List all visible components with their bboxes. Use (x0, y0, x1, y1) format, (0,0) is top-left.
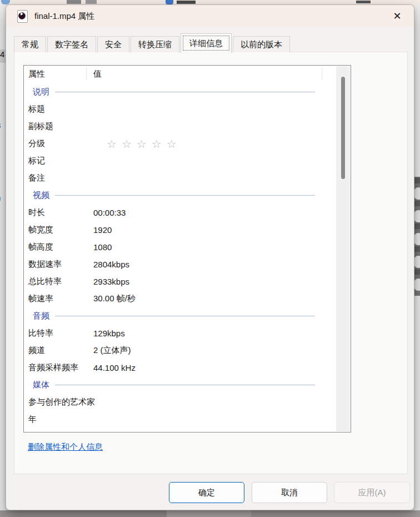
property-label: 时长 (28, 207, 93, 218)
property-row[interactable]: 总比特率2933kbps (24, 273, 336, 290)
scrollbar-thumb[interactable] (341, 77, 345, 179)
column-header-property[interactable]: 属性 (28, 69, 93, 79)
tab-3[interactable]: 转换压缩 (131, 36, 179, 52)
tab-2[interactable]: 安全 (97, 36, 129, 52)
section-row[interactable]: 媒体 (24, 376, 336, 394)
properties-rows: 说明标题副标题分级☆☆☆☆☆标记备注视频时长00:00:33帧宽度1920帧高度… (24, 83, 336, 428)
section-row[interactable]: 说明 (24, 83, 336, 101)
property-value: 00:00:33 (93, 208, 336, 217)
remove-properties-link[interactable]: 删除属性和个人信息 (28, 442, 103, 453)
tab-strip: 常规数字签名安全转换压缩详细信息以前的版本 (14, 33, 291, 52)
close-icon[interactable]: ✕ (389, 8, 405, 24)
section-rule (55, 385, 315, 385)
property-label: 帧速率 (28, 294, 93, 304)
section-label: 媒体 (33, 380, 49, 390)
property-label: 音频采样频率 (28, 362, 93, 373)
property-label: 标记 (28, 156, 93, 166)
property-row[interactable]: 副标题 (24, 118, 336, 135)
tab-1[interactable]: 数字签名 (47, 36, 96, 52)
property-row[interactable]: 分级☆☆☆☆☆ (24, 135, 336, 152)
listview-header[interactable]: 属性 值 (24, 66, 351, 82)
property-label: 副标题 (28, 121, 93, 132)
column-separator[interactable] (86, 68, 87, 80)
bg-band (414, 201, 420, 206)
column-header-value[interactable]: 值 (93, 69, 351, 79)
bg-text-fragment (356, 1, 371, 3)
background-bottom-sliver (0, 510, 420, 517)
bg-segment (251, 510, 420, 517)
property-row[interactable]: 帧高度1080 (24, 238, 336, 256)
section-rule (55, 195, 315, 196)
bg-segment (167, 510, 251, 517)
property-label: 帧宽度 (28, 225, 93, 235)
property-row[interactable]: 数据速率2804kbps (24, 256, 336, 273)
title-bar: final-1.mp4 属性 ✕ (6, 5, 414, 27)
property-label: 分级 (28, 138, 93, 149)
scrollbar-track[interactable] (336, 66, 350, 431)
property-value: 1080 (93, 242, 336, 252)
bg-icon-fragment (67, 0, 81, 4)
property-label: 帧高度 (28, 242, 93, 252)
property-label: 频道 (28, 345, 93, 356)
bg-circle (414, 187, 420, 200)
tab-5[interactable]: 以前的版本 (233, 36, 290, 52)
property-row[interactable]: 音频采样频率44.100 kHz (24, 359, 336, 376)
details-tab-page: 属性 值 说明标题副标题分级☆☆☆☆☆标记备注视频时长00:00:33帧宽度19… (14, 52, 408, 474)
property-value: 30.00 帧/秒 (93, 294, 336, 304)
section-label: 音频 (33, 311, 49, 321)
property-row[interactable]: 频道2 (立体声) (24, 342, 336, 359)
bg-band (414, 178, 420, 183)
bg-band (414, 269, 420, 275)
property-label: 参与创作的艺术家 (28, 397, 93, 407)
property-row[interactable]: 备注 (24, 170, 336, 187)
tab-4-selected[interactable]: 详细信息 (181, 33, 232, 53)
cancel-button[interactable]: 取消 (252, 482, 327, 503)
property-label: 比特率 (28, 328, 93, 339)
screen: 4-3tn final-1.mp4 属性 ✕ 常规数字签名安全转换压缩详细信息以… (0, 0, 420, 517)
section-row[interactable]: 视频 (24, 187, 336, 204)
background-filmstrip (414, 177, 420, 296)
tab-0[interactable]: 常规 (14, 36, 46, 52)
column-separator[interactable] (322, 68, 322, 80)
play-triangle-icon (21, 12, 23, 16)
property-value: 2804kbps (93, 260, 336, 269)
section-label: 视频 (33, 190, 49, 201)
bg-circle (414, 256, 420, 268)
property-row[interactable]: 标题 (24, 101, 336, 118)
properties-dialog: final-1.mp4 属性 ✕ 常规数字签名安全转换压缩详细信息以前的版本 属… (6, 4, 414, 510)
property-value: 129kbps (93, 329, 336, 338)
bg-icon-fragment (1, 0, 10, 4)
bg-circle (414, 233, 420, 245)
property-row[interactable]: 时长00:00:33 (24, 204, 336, 221)
property-label: 数据速率 (28, 259, 93, 270)
property-row[interactable]: 参与创作的艺术家 (24, 394, 336, 411)
dialog-title: final-1.mp4 属性 (34, 11, 94, 22)
property-label: 总比特率 (28, 276, 93, 287)
ok-button[interactable]: 确定 (169, 482, 244, 503)
background-right-sliver (414, 5, 420, 510)
property-row[interactable]: 年 (24, 411, 336, 428)
properties-listview[interactable]: 属性 值 说明标题副标题分级☆☆☆☆☆标记备注视频时长00:00:33帧宽度19… (23, 65, 351, 433)
property-row[interactable]: 帧宽度1920 (24, 221, 336, 238)
property-label: 年 (28, 414, 93, 425)
bg-text-fragment (177, 1, 196, 4)
bg-circle (414, 279, 420, 291)
bg-band (414, 246, 420, 252)
property-value: 44.100 kHz (93, 363, 336, 372)
property-label: 标题 (28, 104, 93, 115)
section-label: 说明 (33, 87, 49, 97)
property-value: 2 (立体声) (93, 345, 336, 356)
bg-icon-fragment (166, 0, 173, 4)
section-rule (55, 92, 315, 92)
dialog-footer: 确定取消应用(A) (6, 478, 414, 511)
property-row[interactable]: 帧速率30.00 帧/秒 (24, 290, 336, 307)
property-value: 2933kbps (93, 277, 336, 286)
property-row[interactable]: 标记 (24, 152, 336, 170)
video-file-icon (17, 10, 28, 23)
section-rule (55, 316, 315, 316)
property-value: 1920 (93, 225, 336, 235)
bg-segment (0, 510, 167, 517)
section-row[interactable]: 音频 (24, 307, 336, 325)
property-row[interactable]: 比特率129kbps (24, 325, 336, 342)
rating-stars[interactable]: ☆☆☆☆☆ (93, 138, 336, 150)
